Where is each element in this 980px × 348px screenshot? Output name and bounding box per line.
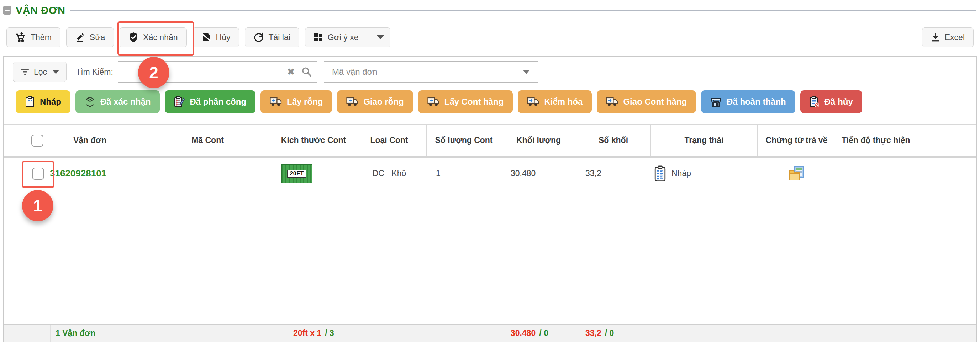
confirm-button[interactable]: Xác nhận — [119, 27, 186, 47]
badge-nhap[interactable]: Nháp — [16, 91, 70, 113]
row-ma-cont-cell — [140, 158, 275, 189]
badge-da-hoan-thanh[interactable]: Đã hoàn thành — [701, 91, 795, 113]
badge-label: Kiểm hóa — [544, 97, 582, 107]
column-header-ma-cont: Mã Cont — [140, 124, 275, 156]
reload-button-label: Tải lại — [268, 33, 290, 42]
suggest-vehicle-main[interactable]: Gợi ý xe — [305, 28, 366, 47]
footer-weight-summary: 30.480 / 0 — [501, 324, 576, 342]
footer-ma-cont-cell — [140, 324, 275, 342]
waybill-code-select-value: Mã vận đơn — [332, 67, 523, 77]
footer-tien-do-cell — [836, 324, 977, 342]
badge-da-huy[interactable]: Đã hủy — [800, 91, 862, 113]
search-label: Tìm Kiếm: — [76, 67, 113, 77]
badge-giao-rong[interactable]: Giao rỗng — [337, 91, 413, 113]
cart-plus-icon — [15, 32, 26, 43]
add-button-label: Thêm — [30, 33, 52, 42]
badge-label: Giao rỗng — [363, 97, 404, 107]
waybill-number-link[interactable]: 31620928101 — [50, 168, 107, 179]
truck-icon — [606, 97, 618, 107]
filter-button[interactable]: Lọc — [13, 62, 67, 82]
badge-da-phan-cong[interactable]: Đã phân công — [165, 91, 256, 113]
truck-icon — [427, 97, 439, 107]
column-header-kich-thuoc-cont: Kích thước Cont — [275, 124, 352, 156]
badge-da-xac-nhan[interactable]: Đã xác nhận — [75, 91, 160, 113]
truck-icon — [270, 97, 282, 107]
header-divider — [70, 10, 977, 11]
badge-label: Đã hoàn thành — [727, 97, 786, 107]
filter-button-label: Lọc — [34, 67, 47, 77]
cancel-button[interactable]: Hủy — [192, 27, 240, 47]
clear-search-icon[interactable]: ✖ — [287, 67, 295, 77]
footer-weight-used: 30.480 — [511, 329, 536, 338]
table-row[interactable]: 31620928101 20FT DC - Khô 1 30.480 33,2 … — [3, 158, 977, 189]
folder-doc-icon[interactable] — [789, 166, 805, 181]
annotation-step-2: 2 — [138, 57, 169, 88]
empty-grid-area — [3, 189, 977, 324]
row-so-luong-cell: 1 — [427, 158, 501, 189]
package-icon — [85, 96, 95, 108]
badge-label: Đã xác nhận — [100, 97, 151, 107]
row-chung-tu-cell — [757, 158, 836, 189]
footer-checkbox-cell — [27, 324, 51, 342]
chevron-down-icon — [377, 35, 384, 40]
badge-label: Đã phân công — [190, 97, 246, 107]
badge-giao-cont-hang[interactable]: Giao Cont hàng — [597, 91, 696, 113]
column-header-van-don: Vận đơn — [27, 124, 140, 156]
badge-lay-cont-hang[interactable]: Lấy Cont hàng — [418, 91, 513, 113]
footer-size-used: 20ft x 1 — [293, 329, 321, 338]
row-status-label: Nháp — [671, 168, 691, 178]
truck-icon — [346, 97, 358, 107]
collapse-minus-icon[interactable] — [3, 6, 11, 14]
clipboard-icon — [25, 96, 35, 108]
excel-button-label: Excel — [945, 33, 965, 42]
annotation-step-1: 1 — [22, 190, 53, 221]
download-icon — [931, 32, 940, 42]
cancel-icon — [201, 32, 212, 42]
column-header-so-khoi: Số khối — [576, 124, 651, 156]
footer-size-summary: 20ft x 1 / 3 — [275, 324, 352, 342]
container-20ft-icon: 20FT — [281, 164, 312, 183]
add-button[interactable]: Thêm — [6, 27, 60, 47]
clipboard-pen-icon — [174, 96, 185, 108]
table-header: Vận đơn Mã Cont Kích thước Cont Loại Con… — [3, 124, 977, 158]
grid-panel: Lọc Tìm Kiếm: ✖ Mã vận đơn — [3, 56, 977, 342]
column-header-chung-tu-tra-ve: Chứng từ trả về — [757, 124, 836, 156]
footer-gutter-cell — [3, 324, 27, 342]
column-header-trang-thai: Trạng thái — [651, 124, 757, 156]
waybill-code-select[interactable]: Mã vận đơn — [324, 61, 538, 83]
chevron-down-icon — [52, 70, 59, 74]
shield-check-icon — [129, 32, 138, 43]
suggest-vehicle-dropdown[interactable] — [370, 28, 390, 47]
reload-button[interactable]: Tải lại — [245, 27, 299, 47]
footer-loai-cont-cell — [352, 324, 427, 342]
badge-lay-rong[interactable]: Lấy rỗng — [261, 91, 332, 113]
status-legend: Nháp Đã xác nhận Đã phân công Lấy rỗng — [16, 91, 968, 113]
excel-export-button[interactable]: Excel — [922, 27, 974, 47]
select-all-checkbox[interactable] — [31, 135, 43, 146]
column-header-loai-cont: Loại Cont — [352, 124, 427, 156]
row-van-don-cell: 31620928101 — [27, 158, 140, 189]
table-footer: 1 Vận đơn 20ft x 1 / 3 30.480 / 0 33,2 /… — [3, 324, 977, 342]
badge-kiem-hoa[interactable]: Kiểm hóa — [518, 91, 592, 113]
section-header: VẬN ĐƠN — [3, 3, 977, 17]
edit-button[interactable]: Sửa — [66, 27, 114, 47]
search-icon[interactable] — [301, 67, 312, 77]
grid-icon — [314, 33, 323, 42]
row-so-khoi-cell: 33,2 — [576, 158, 651, 189]
footer-volume-summary: 33,2 / 0 — [576, 324, 651, 342]
column-header-gutter — [3, 124, 27, 156]
clipboard-cancel-icon — [810, 96, 819, 108]
column-header-so-luong-cont: Số lượng Cont — [427, 124, 501, 156]
column-header-khoi-luong: Khối lượng — [501, 124, 576, 156]
badge-label: Lấy rỗng — [287, 97, 323, 107]
row-checkbox[interactable] — [32, 168, 44, 180]
chevron-down-icon — [523, 70, 530, 74]
store-icon — [710, 97, 722, 107]
column-header-tien-do-thuc-hien: Tiến độ thực hiện — [836, 124, 977, 156]
footer-volume-total: / 0 — [605, 329, 614, 338]
row-khoi-luong-cell: 30.480 — [501, 158, 576, 189]
footer-trang-thai-cell — [651, 324, 757, 342]
footer-so-luong-cell — [427, 324, 501, 342]
row-tien-do-cell — [836, 158, 977, 189]
suggest-vehicle-button[interactable]: Gợi ý xe — [305, 27, 391, 47]
